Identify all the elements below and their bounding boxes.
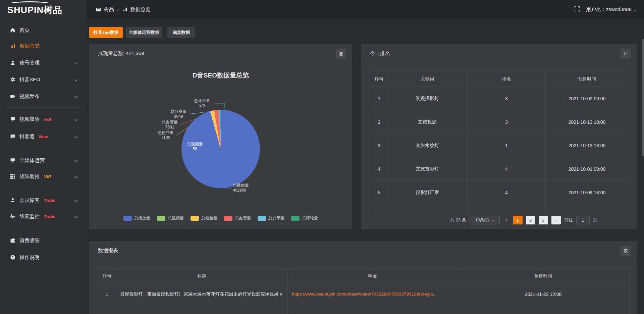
chat-bubble-icon <box>10 134 15 139</box>
sidebar-item-matrix-boost[interactable]: 矩阵助推 VIP <box>0 171 87 182</box>
sidebar-item-label: 操作说明 <box>19 254 40 261</box>
home-icon <box>10 28 15 33</box>
next-page-button[interactable]: › <box>551 216 561 224</box>
legend-swatch <box>123 216 132 221</box>
sidebar-item-label: 全媒体运营 <box>19 157 45 164</box>
report-table: 序号 标题 地址 创建时间 1 景观投影灯，夜游景观投影灯厂家展示展示落花灯在花… <box>98 268 629 314</box>
sidebar-item-label: 数据总览 <box>19 43 40 49</box>
report-panel: 数据报表 表 序号 标题 地址 创建时间 1 景观投影灯，夜游景观投影灯厂家展示… <box>89 241 637 314</box>
sidebar-item-label: 矩阵助推 <box>19 173 40 180</box>
sidebar-item-label: 线索监控 <box>19 213 40 220</box>
pie-label-videos: 总视频量58 <box>185 142 205 152</box>
total-button[interactable]: 总 <box>336 49 346 59</box>
scrollbar-thumb[interactable] <box>642 39 644 156</box>
goto-page-input[interactable] <box>576 216 590 224</box>
legend-item[interactable]: 总播放量 <box>123 215 150 221</box>
video-camera-icon <box>10 94 15 99</box>
chevron-down-icon <box>633 8 637 11</box>
day-button[interactable]: 日 <box>621 49 631 59</box>
breadcrumb-root[interactable]: 树品 <box>104 6 114 13</box>
sidebar-item-home[interactable]: 首页 <box>0 24 87 36</box>
app-logo: SHUPIN树品 <box>7 4 62 16</box>
table-row: 5投影灯厂家42021-10-09 18:00 <box>371 181 629 204</box>
logo-area: SHUPIN树品 <box>0 0 87 19</box>
legend-item[interactable]: 总点赞量 <box>224 215 251 221</box>
sidebar-item-label: 消费明细 <box>19 238 40 244</box>
panel-separator <box>361 64 637 64</box>
dashboard-icon <box>96 7 101 12</box>
video-link[interactable]: https://www.iesdouyin.com/share/video/70… <box>292 292 437 297</box>
chevron-down-icon <box>492 219 494 221</box>
pie-chart-area: D音SEO数据量总览 总评论量572 总分享量3049 总点赞量7681 总粉丝… <box>89 64 352 229</box>
sidebar-item-video-heat[interactable]: 视频加热 Hot <box>0 113 87 125</box>
table-header-row: 序号 标题 地址 创建时间 <box>98 269 630 283</box>
table-button[interactable]: 表 <box>621 246 631 256</box>
table-row: 2文旅投影32021-10-13 18:00 <box>371 110 629 134</box>
pie-label-plays: 总播放量402909 <box>233 183 266 193</box>
table-header-row: 序号 关键词 排名 创建时间 <box>371 71 629 87</box>
svg-text:?: ? <box>12 255 14 259</box>
username-label: 用户名：zswodun88 <box>586 6 632 12</box>
sidebar-item-media-ops[interactable]: 全媒体运营 <box>0 155 87 166</box>
username-menu[interactable]: 用户名：zswodun88 <box>586 6 636 13</box>
col-rank: 排名 <box>468 71 546 87</box>
page-button-2[interactable]: 2 <box>526 216 535 224</box>
topbar: SHUPIN树品 树品 > 数据总览 用户名：zswodun88 <box>0 0 644 19</box>
person-icon <box>10 198 15 203</box>
col-title: 标题 <box>116 269 288 283</box>
chevron-down-icon <box>74 215 78 218</box>
video-url-cell: https://www.iesdouyin.com/share/video/70… <box>288 283 457 305</box>
overview-panel: 展现量总数: 421,369 总 D音SEO数据量总览 总评论量572 总分享量… <box>89 44 352 229</box>
page-button-3[interactable]: 3 <box>539 216 548 224</box>
sidebar-item-label: 首页 <box>19 27 30 34</box>
page-button-1[interactable]: 1 <box>513 216 523 224</box>
table-row-partial <box>371 204 629 214</box>
pie-label-comments: 总评论量572 <box>189 98 215 108</box>
pagination: 共 23 条 10条/页 ‹ 1 2 3 › 前往 页 <box>450 215 597 225</box>
report-panel-title: 数据报表 <box>98 248 118 254</box>
sidebar-item-douyin-seo[interactable]: 抖音SEO <box>0 74 87 85</box>
hot-badge: Hot <box>44 117 51 122</box>
sidebar-item-label: 视频发布 <box>19 93 40 100</box>
pie-label-likes: 总点赞量7681 <box>160 120 180 130</box>
sidebar-item-clue-monitor[interactable]: 线索监控 Tools <box>0 211 87 222</box>
col-created: 创建时间 <box>457 269 630 283</box>
sidebar-item-account[interactable]: 账号管理 <box>0 57 87 68</box>
sidebar-item-label: 视频加热 <box>19 116 40 122</box>
chevron-down-icon <box>74 95 78 98</box>
table-row: 4文旅投影灯42021-10-01 09:00 <box>371 157 629 181</box>
tab-douyin-seo-data[interactable]: 抖音seo数据 <box>89 27 123 38</box>
legend-item[interactable]: 总粉丝量 <box>191 215 217 221</box>
fullscreen-icon[interactable] <box>574 6 580 13</box>
sidebar-divider <box>6 107 80 108</box>
sidebar-item-member[interactable]: 会员爆客 Tools <box>0 195 87 206</box>
table-row: 1 景观投影灯，夜游景观投影灯厂家展示展示落花灯在花园里的灯光投影应用效果 # … <box>98 283 630 305</box>
legend-item[interactable]: 总视频量 <box>157 215 184 221</box>
page-unit-label: 页 <box>593 217 597 223</box>
legend-swatch <box>157 216 165 221</box>
chevron-down-icon <box>74 135 78 139</box>
table-row: 3文旅水纹灯12021-10-13 18:00 <box>371 134 629 157</box>
sidebar-item-douketong[interactable]: 抖客通 New <box>0 131 87 142</box>
tab-media-ops-data[interactable]: 全媒体运营数据 <box>126 27 162 38</box>
sidebar-item-data-overview[interactable]: 数据总览 <box>0 40 87 52</box>
legend-item[interactable]: 总评论量 <box>291 215 318 221</box>
table-row: 1景观投影灯32021-10-02 09:00 <box>371 87 629 110</box>
chevron-down-icon <box>74 61 78 65</box>
sidebar-item-help[interactable]: ? 操作说明 <box>0 252 87 263</box>
scrollbar-track[interactable] <box>642 19 644 314</box>
rank-panel: 今日排名 日 序号 关键词 排名 创建时间 1景观投影灯32021-10-02 … <box>361 44 637 229</box>
sidebar-item-label: 账号管理 <box>19 60 40 66</box>
legend-item[interactable]: 总分享量 <box>258 215 284 221</box>
col-created: 创建时间 <box>546 71 629 87</box>
bar-chart-icon <box>10 43 15 49</box>
monitor-icon <box>10 116 15 122</box>
prev-page-button[interactable]: ‹ <box>503 217 510 223</box>
display-icon <box>10 158 15 163</box>
tab-inquiry-data[interactable]: 询盘数据 <box>167 27 195 38</box>
sidebar-item-consume-detail[interactable]: 消费明细 <box>0 235 87 246</box>
page-size-select[interactable]: 10条/页 <box>470 216 500 224</box>
legend-swatch <box>291 216 300 221</box>
sidebar-item-video-publish[interactable]: 视频发布 <box>0 91 87 102</box>
new-badge: New <box>39 134 48 139</box>
